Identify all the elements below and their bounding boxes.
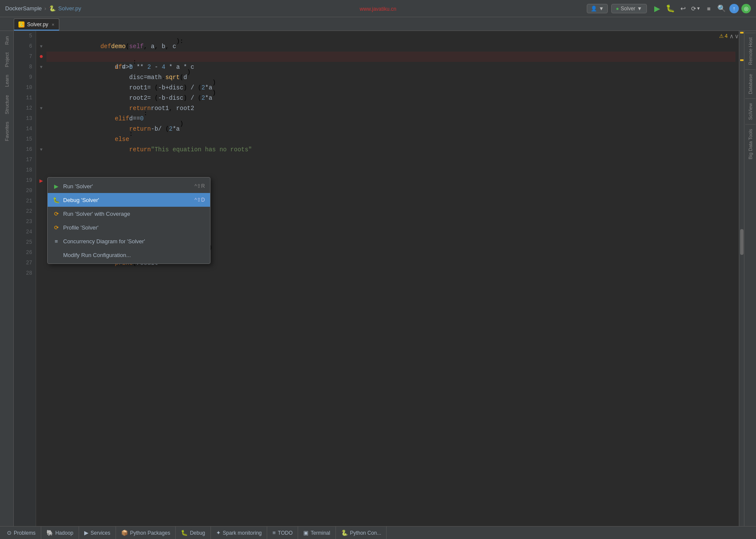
gutter-25 — [36, 237, 46, 248]
profile-button[interactable]: ⟳ ▼ — [691, 3, 701, 14]
gutter-fold-6[interactable]: ▼ — [36, 41, 46, 52]
gutter-fold-8[interactable]: ▼ — [36, 62, 46, 72]
sidebar-tab-favorites[interactable]: Favorites — [2, 118, 12, 144]
todo-label: TODO — [278, 530, 293, 536]
titlebar-controls: 👤 ▼ ● Solver ▼ ▶ 🐛 ↩ ⟳ ▼ ■ — [587, 3, 751, 14]
ln-19: 19 — [17, 175, 32, 186]
gutter-21 — [36, 196, 46, 206]
run-shortcut: ^⇧R — [195, 183, 205, 189]
bottom-tab-debug[interactable]: 🐛 Debug — [176, 527, 210, 539]
menu-item-concurrency[interactable]: ≡ Concurrency Diagram for 'Solver' — [48, 234, 210, 248]
debug-bottom-label: Debug — [190, 530, 205, 536]
breakpoint-19[interactable]: ▶ — [36, 175, 46, 186]
right-panel-remote-host[interactable]: Remote Host — [745, 33, 756, 69]
ln-8: 8 — [17, 62, 32, 72]
sidebar-tab-run[interactable]: Run — [2, 33, 12, 48]
globe-button[interactable]: ◎ — [741, 4, 751, 13]
line-numbers: 5 6 7 8 9 10 11 12 13 14 15 16 17 18 19 … — [14, 31, 36, 526]
right-panel-big-data[interactable]: Big Data Tools — [745, 124, 756, 164]
ln-23: 23 — [17, 217, 32, 227]
menu-item-concurrency-left: ≡ Concurrency Diagram for 'Solver' — [53, 238, 145, 245]
debug-shortcut: ^⇧D — [195, 197, 205, 203]
sidebar-tab-learn[interactable]: Learn — [2, 71, 12, 90]
ln-5: 5 — [17, 31, 32, 41]
step-over-button[interactable]: ↩ — [678, 3, 688, 14]
python-console-icon: 🐍 — [341, 530, 348, 536]
code-line-16: return "This equation has no roots" — [50, 144, 735, 155]
debug-button[interactable]: 🐛 — [665, 3, 675, 14]
update-button[interactable]: ↑ — [729, 4, 739, 13]
debug-bottom-icon: 🐛 — [181, 530, 188, 536]
tab-close-button[interactable]: × — [52, 22, 54, 27]
ln-22: 22 — [17, 206, 32, 217]
menu-profile-label: Profile 'Solver' — [63, 224, 98, 231]
ln-12: 12 — [17, 103, 32, 113]
right-panel-sciview[interactable]: SciView — [745, 98, 756, 124]
update-icon: ↑ — [733, 5, 736, 12]
menu-item-coverage-left: ⟳ Run 'Solver' with Coverage — [53, 210, 130, 217]
gutter-fold-16[interactable]: ▼ — [36, 144, 46, 155]
scrollbar-track[interactable] — [739, 31, 744, 526]
menu-item-modify-left: Modify Run Configuration... — [53, 251, 131, 258]
menu-run-label: Run 'Solver' — [63, 183, 93, 190]
modify-menu-icon — [53, 251, 60, 258]
menu-item-run[interactable]: ▶ Run 'Solver' ^⇧R — [48, 179, 210, 193]
gutter-10 — [36, 83, 46, 93]
python-console-label: Python Con... — [350, 530, 381, 536]
problems-label: Problems — [14, 530, 36, 536]
bottom-tab-todo[interactable]: ≡ TODO — [267, 527, 298, 539]
bottom-tab-hadoop[interactable]: 🐘 Hadoop — [41, 527, 79, 539]
warning-icon: ⚠ — [719, 33, 724, 39]
bottom-tab-problems[interactable]: ⊙ Problems — [2, 527, 41, 539]
bottom-tab-spark[interactable]: ✦ Spark monitoring — [211, 527, 268, 539]
editor-area: ⚠ 4 ∧ ∨ 5 6 7 8 9 10 11 12 13 14 15 — [14, 31, 744, 526]
user-button[interactable]: 👤 ▼ — [587, 4, 608, 13]
gutter-24 — [36, 227, 46, 237]
search-icon: 🔍 — [717, 4, 726, 12]
menu-item-profile-left: ⟳ Profile 'Solver' — [53, 224, 98, 231]
menu-item-modify[interactable]: Modify Run Configuration... — [48, 248, 210, 262]
run-config-button[interactable]: ● Solver ▼ — [611, 4, 647, 13]
breadcrumb-separator: › — [44, 5, 46, 12]
menu-item-debug[interactable]: 🐛 Debug 'Solver' ^⇧D — [48, 193, 210, 207]
run-button[interactable]: ▶ — [652, 3, 662, 14]
ln-24: 24 — [17, 227, 32, 237]
nav-down-icon[interactable]: ∨ — [735, 33, 739, 40]
gutter-11 — [36, 93, 46, 103]
sidebar-tab-structure[interactable]: Structure — [2, 92, 12, 118]
tab-solver[interactable]: 🐍 Solver.py × — [14, 18, 59, 31]
right-sidebar: Remote Host Database SciView Big Data To… — [744, 31, 756, 526]
tabbar: 🐍 Solver.py × — [0, 17, 756, 31]
terminal-icon: ▣ — [303, 530, 308, 536]
user-icon: 👤 — [591, 6, 597, 12]
ln-13: 13 — [17, 113, 32, 124]
coverage-menu-icon: ⟳ — [53, 210, 60, 217]
bottom-tab-services[interactable]: ▶ Services — [79, 527, 116, 539]
menu-item-coverage[interactable]: ⟳ Run 'Solver' with Coverage — [48, 207, 210, 220]
sidebar-tab-project[interactable]: Project — [2, 49, 12, 70]
warning-stripe-1 — [740, 32, 744, 34]
stop-button[interactable]: ■ — [704, 3, 714, 14]
ln-11: 11 — [17, 93, 32, 103]
gutter-14 — [36, 124, 46, 134]
project-name[interactable]: DockerSample — [5, 5, 42, 12]
menu-item-run-left: ▶ Run 'Solver' — [53, 183, 93, 190]
bottom-tab-python-console[interactable]: 🐍 Python Con... — [336, 527, 387, 539]
menu-item-profile[interactable]: ⟳ Profile 'Solver' — [48, 220, 210, 234]
breakpoint-7[interactable]: ● — [36, 52, 46, 62]
bottom-tab-terminal[interactable]: ▣ Terminal — [298, 527, 335, 539]
right-panel-database[interactable]: Database — [745, 69, 756, 98]
menu-item-debug-left: 🐛 Debug 'Solver' — [53, 196, 99, 203]
code-line-6: def demo(self, a, b, c): — [50, 41, 735, 52]
gutter-fold-12[interactable]: ▼ — [36, 103, 46, 113]
nav-up-icon[interactable]: ∧ — [729, 33, 734, 40]
tab-file-icon: 🐍 — [18, 21, 24, 28]
bottom-tab-python-packages[interactable]: 📦 Python Packages — [116, 527, 176, 539]
search-button[interactable]: 🔍 — [716, 3, 727, 14]
code-content[interactable]: def demo(self, a, b, c): d = b ** 2 - 4 … — [46, 31, 739, 526]
services-icon: ▶ — [84, 530, 88, 536]
scrollbar-thumb[interactable] — [740, 229, 744, 255]
run-icon: ▶ — [654, 4, 660, 13]
python-packages-label: Python Packages — [130, 530, 170, 536]
nav-arrows[interactable]: ∧ ∨ — [729, 33, 739, 40]
